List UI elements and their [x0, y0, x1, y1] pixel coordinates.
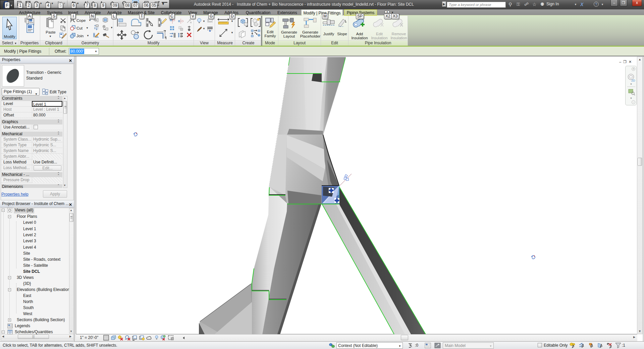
svg-text:2D: 2D	[631, 79, 635, 82]
